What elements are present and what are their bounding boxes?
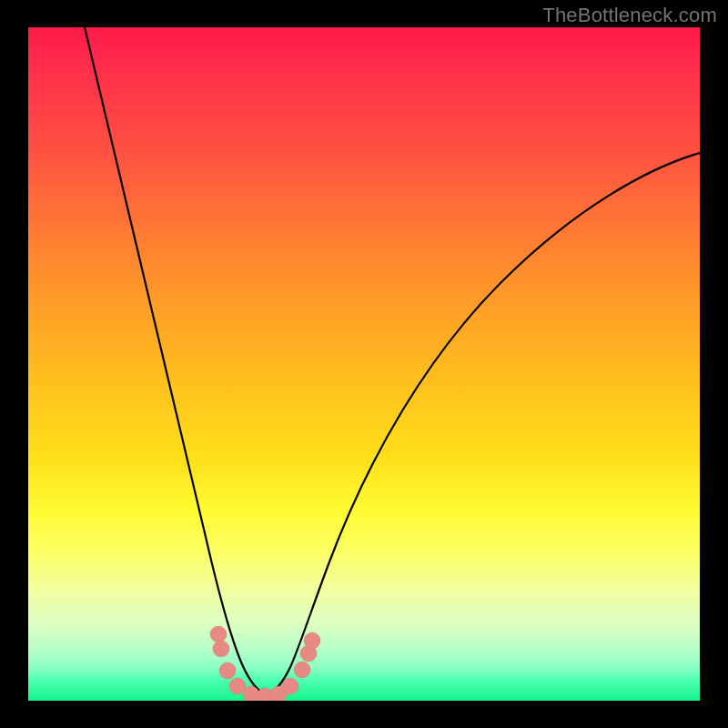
watermark-text: TheBottleneck.com	[542, 4, 717, 27]
svg-point-7	[282, 678, 298, 694]
svg-point-10	[304, 632, 320, 649]
salmon-bead-markers	[210, 626, 320, 701]
svg-point-2	[219, 662, 236, 679]
svg-point-8	[294, 662, 310, 678]
chart-frame	[28, 27, 700, 701]
bottleneck-curve-left	[85, 27, 267, 694]
svg-point-1	[213, 641, 229, 657]
chart-svg	[28, 27, 700, 701]
bottleneck-curve-right	[267, 153, 700, 694]
svg-point-0	[210, 626, 227, 642]
